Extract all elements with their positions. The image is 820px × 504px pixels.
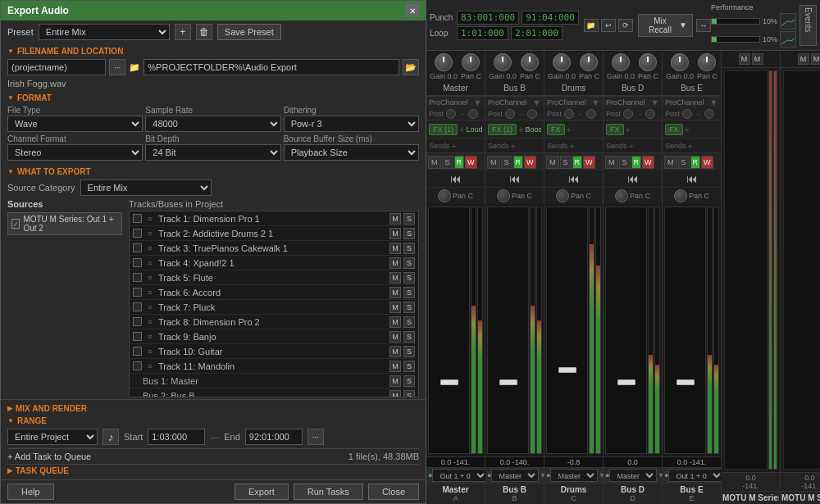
dithering-select[interactable]: Pow-r 3 [284, 116, 419, 132]
post-button-2[interactable] [586, 109, 596, 119]
track-item[interactable]: ≡ Track 7: Pluck M S [130, 300, 418, 315]
track-checkbox[interactable] [133, 317, 142, 326]
record-button[interactable]: R [454, 156, 465, 169]
bit-depth-select[interactable]: 24 Bit [145, 144, 280, 161]
mute-button[interactable]: M [428, 156, 441, 169]
track-m-button[interactable]: M [390, 316, 401, 328]
output-select[interactable]: Master [550, 469, 598, 482]
sends-add-button[interactable]: + [511, 141, 516, 151]
write-button[interactable]: W [583, 156, 595, 169]
tracks-list[interactable]: ≡ Track 1: Dimension Pro 1 M S ≡ Track 2… [129, 211, 419, 397]
solo-button[interactable]: S [678, 156, 690, 169]
solo-button[interactable]: S [560, 156, 572, 169]
bus-item[interactable]: Bus 2: Bus B M S [130, 388, 418, 397]
track-checkbox[interactable] [133, 288, 142, 297]
mute-button[interactable]: M [546, 156, 559, 169]
folder-icon-transport[interactable]: 📁 [584, 19, 599, 32]
rewind-icon[interactable]: ⏮ [450, 172, 462, 185]
project-name-input[interactable]: (projectname) [7, 59, 106, 75]
track-s-button[interactable]: S [403, 302, 415, 313]
track-s-button[interactable]: S [403, 228, 415, 239]
prochannel-arrow[interactable]: ▼ [532, 98, 541, 107]
track-m-button[interactable]: M [390, 361, 401, 372]
track-item[interactable]: ≡ Track 5: Flute M S [130, 270, 418, 285]
fx-add-button[interactable]: + [685, 125, 690, 134]
fx-toggle[interactable]: FX (1) [429, 124, 458, 135]
file-type-select[interactable]: Wave [7, 116, 143, 132]
close-button[interactable]: Close [368, 484, 419, 500]
gain-knob[interactable] [671, 53, 689, 71]
run-tasks-button[interactable]: Run Tasks [294, 484, 363, 500]
rewind-icon[interactable]: ⏮ [627, 172, 639, 185]
preset-select[interactable]: Entire Mix [39, 24, 170, 40]
track-s-button[interactable]: S [403, 346, 415, 357]
track-m-button[interactable]: M [390, 272, 401, 284]
mute-button[interactable]: M [664, 156, 677, 169]
add-task-button[interactable]: + Add Task to Queue [7, 452, 91, 461]
track-m-button[interactable]: M [390, 228, 401, 239]
track-checkbox[interactable] [133, 361, 142, 370]
pan-knob-small[interactable] [497, 189, 510, 202]
track-item[interactable]: ≡ Track 2: Addictive Drums 2 1 M S [130, 226, 418, 241]
fader-thumb[interactable] [558, 367, 576, 373]
mute-button[interactable]: M [487, 156, 500, 169]
sends-add-button[interactable]: + [452, 141, 457, 151]
mute-button[interactable]: M [605, 156, 618, 169]
range-section[interactable]: RANGE [7, 415, 419, 427]
start-time-input[interactable]: 1:03:000 [148, 429, 205, 445]
sends-add-button[interactable]: + [570, 141, 575, 151]
track-checkbox[interactable] [133, 332, 142, 341]
solo-button[interactable]: S [501, 156, 512, 169]
track-s-button[interactable]: S [403, 213, 415, 225]
fader-thumb[interactable] [499, 379, 517, 385]
sends-add-button[interactable]: + [629, 141, 634, 151]
prochannel-arrow[interactable]: ▼ [591, 98, 600, 107]
track-m-button[interactable]: M [390, 346, 401, 357]
track-s-button[interactable]: S [403, 331, 415, 343]
fx-add-button[interactable]: + [626, 125, 631, 134]
pan-knob[interactable] [639, 53, 657, 71]
track-item[interactable]: ≡ Track 11: Mandolin M S [130, 359, 418, 374]
write-button[interactable]: W [642, 156, 654, 169]
add-preset-icon[interactable]: + [175, 24, 191, 40]
post-button[interactable] [505, 109, 515, 119]
task-queue-section[interactable]: TASK QUEUE [7, 464, 419, 477]
export-button[interactable]: Export [235, 484, 289, 500]
fader-thumb[interactable] [440, 379, 458, 385]
post-button-2[interactable] [645, 109, 655, 119]
fader-thumb[interactable] [617, 379, 636, 385]
prochannel-arrow[interactable]: ▼ [709, 98, 718, 107]
track-s-button[interactable]: S [403, 316, 415, 328]
post-button-2[interactable] [704, 109, 714, 119]
pan-knob[interactable] [462, 53, 480, 71]
bus-s-button[interactable]: S [403, 390, 415, 398]
mute-btn-empty[interactable]: M [739, 53, 750, 65]
output-select[interactable]: Master [609, 469, 657, 482]
track-checkbox[interactable] [133, 243, 142, 252]
track-checkbox[interactable] [133, 273, 142, 282]
track-checkbox[interactable] [133, 214, 142, 223]
record-button[interactable]: R [631, 156, 642, 169]
post-button-2[interactable] [527, 109, 537, 119]
fx-add-button[interactable]: + [459, 125, 464, 134]
bus-m-button[interactable]: M [390, 390, 401, 398]
output-select[interactable]: Out 1 + 0 [432, 469, 488, 482]
write-button[interactable]: W [465, 156, 477, 169]
track-m-button[interactable]: M [390, 243, 401, 254]
post-button[interactable] [682, 109, 692, 119]
track-item[interactable]: ≡ Track 9: Banjo M S [130, 329, 418, 344]
gain-knob[interactable] [435, 53, 453, 71]
write-button[interactable]: W [701, 156, 713, 169]
write-button[interactable]: W [524, 156, 536, 169]
gain-knob[interactable] [612, 53, 630, 71]
record-button[interactable]: R [690, 156, 701, 169]
delete-preset-icon[interactable]: 🗑 [196, 24, 212, 40]
pan-knob-small[interactable] [556, 189, 569, 202]
output-select[interactable]: Out 1 + 0 [668, 469, 724, 482]
post-button[interactable] [564, 109, 574, 119]
fx-toggle[interactable]: FX [547, 124, 565, 135]
source-cat-select[interactable]: Entire Mix [80, 179, 212, 196]
channel-format-select[interactable]: Stereo [7, 144, 143, 161]
sends-add-button[interactable]: + [688, 141, 693, 151]
mix-and-render-section[interactable]: MIX AND RENDER [7, 402, 419, 415]
